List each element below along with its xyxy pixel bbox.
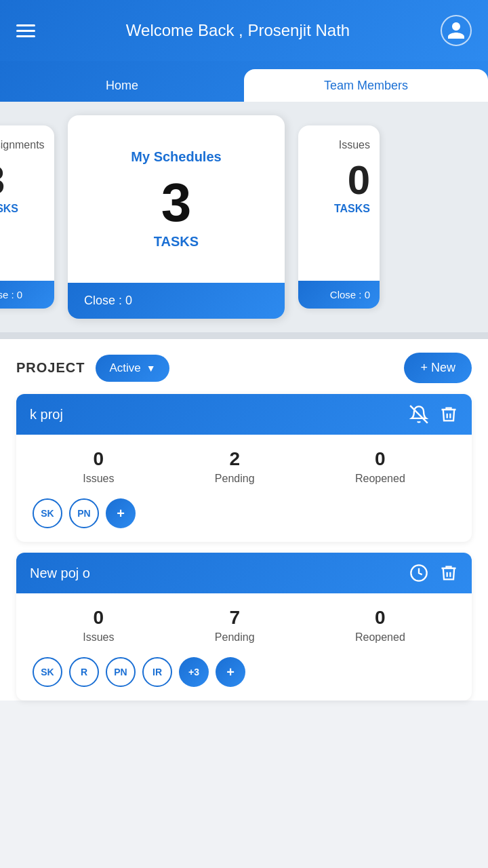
clock-icon [409,564,428,583]
stat-issues-new-poj-0: 0 Issues [83,607,114,644]
project-card-header-k-proj: k proj [16,394,472,435]
project-members-k-proj: SK PN + [16,498,472,542]
card-my-schedules-count: 3 [161,176,192,230]
project-name-k-proj: k proj [30,407,63,422]
stat-reopened-new-poj-0: 0 Reopened [355,607,405,644]
stat-pending-label-2: Pending [215,631,255,644]
project-actions-k-proj [409,405,458,424]
trash-icon [439,564,458,583]
member-avatar-ir[interactable]: IR [142,657,172,687]
stat-reopened-value-new-poj-0: 0 [355,607,405,629]
active-filter-dropdown[interactable]: Active ▼ [96,355,169,382]
stat-reopened-k-proj: 0 Reopened [355,448,405,485]
member-avatar-sk-2[interactable]: SK [33,657,62,687]
stat-pending-k-proj: 2 Pending [215,448,255,485]
card-issues-unit: TASKS [308,203,370,215]
card-assignments-close: Close : 0 [0,289,22,300]
section-divider [0,332,488,339]
project-label: PROJECT [16,360,85,376]
member-avatar-sk[interactable]: SK [33,498,62,528]
stat-reopened-value-k-proj: 0 [355,448,405,470]
member-avatar-r[interactable]: R [69,657,99,687]
stat-pending-label: Pending [215,473,255,485]
project-stats-k-proj: 0 Issues 2 Pending 0 Reopened [16,435,472,498]
project-card-header-new-poj-0: New poj o [16,553,472,593]
svg-line-0 [410,406,428,423]
bell-slash-button-k-proj[interactable] [409,405,428,424]
add-member-button-k-proj[interactable]: + [106,498,136,528]
card-my-schedules-title: My Schedules [131,149,221,165]
new-project-button[interactable]: + New [404,353,472,383]
project-card-k-proj: k proj [16,394,472,542]
stat-issues-value-k-proj: 0 [83,448,114,470]
tab-team-members[interactable]: Team Members [244,69,488,102]
tab-home[interactable]: Home [0,69,244,102]
bell-slash-icon [409,405,428,424]
project-name-new-poj-0: New poj o [30,566,90,581]
delete-button-k-proj[interactable] [439,405,458,424]
stat-pending-new-poj-0: 7 Pending [215,607,255,644]
stat-issues-k-proj: 0 Issues [83,448,114,485]
card-issues-title: Issues [308,139,370,151]
member-avatar-pn-2[interactable]: PN [106,657,136,687]
project-stats-new-poj-0: 0 Issues 7 Pending 0 Reopened [16,593,472,657]
card-issues[interactable]: Issues 0 TASKS Close : 0 [298,125,380,309]
header-title: Welcome Back , Prosenjit Nath [126,21,350,40]
stat-pending-value-k-proj: 2 [215,448,255,470]
card-assignments[interactable]: Assignments 3 TASKS Close : 0 [0,125,54,309]
schedules-carousel: Assignments 3 TASKS Close : 0 My Schedul… [0,102,488,332]
project-header: PROJECT Active ▼ + New [16,353,472,383]
project-actions-new-poj-0 [409,564,458,583]
chevron-down-icon: ▼ [146,363,156,374]
card-my-schedules-unit: TASKS [154,234,199,250]
stat-issues-label-2: Issues [83,631,114,644]
card-assignments-count: 3 [0,158,45,203]
tab-bar: Home Team Members [0,61,488,102]
more-members-button[interactable]: +3 [179,657,209,687]
card-assignments-title: Assignments [0,139,45,151]
stat-reopened-label-2: Reopened [355,631,405,644]
card-assignments-unit: TASKS [0,203,45,215]
card-issues-count: 0 [308,158,370,203]
stat-reopened-label: Reopened [355,473,405,485]
card-issues-close: Close : 0 [330,289,370,300]
trash-icon [439,405,458,424]
project-card-new-poj-0: New poj o [16,553,472,701]
menu-button[interactable] [16,24,35,37]
member-avatar-pn[interactable]: PN [69,498,99,528]
avatar-button[interactable] [441,15,472,46]
project-section: PROJECT Active ▼ + New k proj [0,339,488,701]
card-my-schedules[interactable]: My Schedules 3 TASKS Close : 0 [68,115,285,319]
stat-issues-value-new-poj-0: 0 [83,607,114,629]
clock-button-new-poj-0[interactable] [409,564,428,583]
card-my-schedules-close: Close : 0 [84,294,132,307]
project-members-new-poj-0: SK R PN IR +3 + [16,657,472,701]
stat-issues-label: Issues [83,473,114,485]
stat-pending-value-new-poj-0: 7 [215,607,255,629]
header: Welcome Back , Prosenjit Nath [0,0,488,61]
delete-button-new-poj-0[interactable] [439,564,458,583]
user-icon [446,20,466,41]
add-member-button-new-poj-0[interactable]: + [216,657,245,687]
